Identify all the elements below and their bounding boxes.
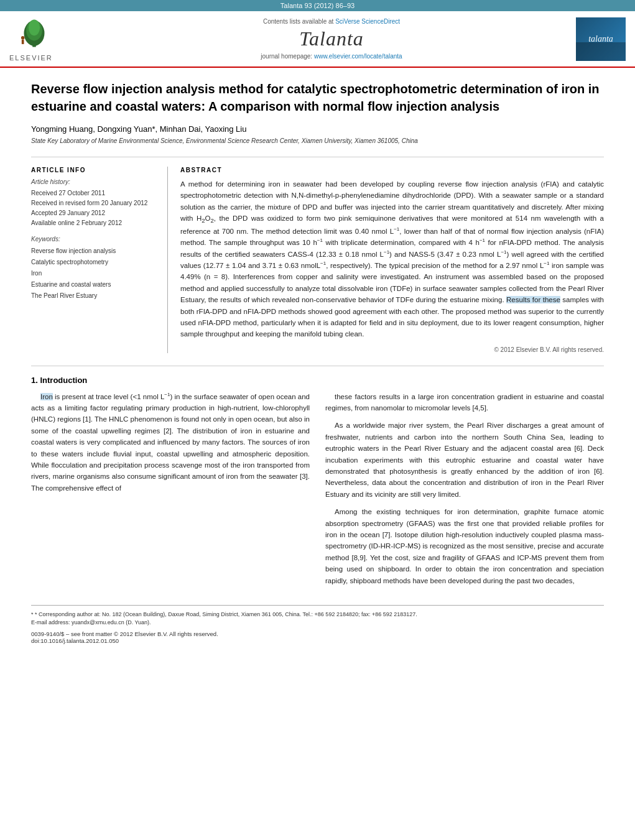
divider-1 [31, 157, 604, 157]
footnote-email: E-mail address: yuandx@xmu.edu.cn (D. Yu… [31, 619, 604, 627]
svg-point-4 [21, 36, 25, 40]
abstract-header: ABSTRACT [180, 167, 604, 173]
svg-rect-5 [22, 40, 24, 44]
results-highlight: Results for these [506, 296, 560, 303]
talanta-logo: talanta [576, 17, 626, 61]
elsevier-text: ELSEVIER [9, 54, 78, 62]
keywords-section: Keywords: Reverse flow injection analysi… [31, 236, 158, 302]
journal-topbar: Talanta 93 (2012) 86–93 [0, 0, 635, 11]
footnote-star-icon: * [31, 611, 34, 617]
intro-col-right: these factors results in a large iron co… [325, 391, 604, 593]
homepage-link[interactable]: www.elsevier.com/locate/talanta [314, 53, 402, 60]
abstract-text: A method for determining iron in seawate… [180, 178, 604, 340]
sciverse-link[interactable]: SciVerse ScienceDirect [335, 18, 400, 25]
paper-title: Reverse flow injection analysis method f… [31, 80, 604, 115]
article-dates: Received 27 October 2011 Received in rev… [31, 188, 158, 228]
article-info-header: ARTICLE INFO [31, 167, 158, 173]
intro-para-4: Among the existing techniques for iron d… [325, 506, 604, 586]
journal-center: Contents lists available at SciVerse Sci… [87, 18, 576, 60]
journal-header: ELSEVIER Contents lists available at Sci… [0, 11, 635, 68]
issn-line: 0039-9140/$ – see front matter © 2012 El… [31, 630, 604, 637]
abstract-col: ABSTRACT A method for determining iron i… [180, 167, 604, 353]
sciverse-text: Contents lists available at SciVerse Sci… [87, 18, 576, 25]
divider-2 [31, 366, 604, 366]
copyright: © 2012 Elsevier B.V. All rights reserved… [180, 346, 604, 353]
doi-line: doi:10.1016/j.talanta.2012.01.050 [31, 637, 604, 644]
article-info-abstract: ARTICLE INFO Article history: Received 2… [31, 167, 604, 353]
main-content: Reverse flow injection analysis method f… [0, 68, 635, 657]
talanta-logo-text: talanta [588, 34, 613, 44]
journal-volume-info: Talanta 93 (2012) 86–93 [280, 2, 355, 9]
article-info-col: ARTICLE INFO Article history: Received 2… [31, 167, 168, 353]
history-label: Article history: [31, 178, 158, 185]
keyword-5: The Pearl River Estuary [31, 290, 158, 302]
keyword-iron: Iron [31, 268, 158, 279]
iron-highlight: Iron [40, 393, 53, 400]
intro-para-1: Iron is present at trace level (<1 nmol … [31, 391, 310, 494]
intro-para-3: As a worldwide major river system, the P… [325, 420, 604, 500]
accepted-date: Accepted 29 January 2012 [31, 208, 158, 218]
revised-date: Received in revised form 20 January 2012 [31, 198, 158, 208]
footnote-corresponding: * * Corresponding author at: No. 182 (Oc… [31, 611, 604, 619]
intro-para-2: these factors results in a large iron co… [325, 391, 604, 414]
authors-line: Yongming Huang, Dongxing Yuan*, Minhan D… [31, 124, 604, 134]
keyword-2: Catalytic spectrophotometry [31, 257, 158, 268]
intro-col-left: Iron is present at trace level (<1 nmol … [31, 391, 310, 593]
keywords-label: Keywords: [31, 236, 158, 242]
received-date: Received 27 October 2011 [31, 188, 158, 198]
affiliation: State Key Laboratory of Marine Environme… [31, 137, 604, 144]
online-date: Available online 2 February 2012 [31, 218, 158, 228]
journal-title: Talanta [87, 27, 576, 50]
journal-homepage: journal homepage: www.elsevier.com/locat… [87, 53, 576, 60]
keyword-4: Estuarine and coastal waters [31, 279, 158, 290]
elsevier-logo: ELSEVIER [9, 16, 78, 62]
elsevier-tree-icon [9, 16, 59, 50]
keyword-1: Reverse flow injection analysis [31, 246, 158, 257]
intro-body: Iron is present at trace level (<1 nmol … [31, 391, 604, 593]
intro-section-title: 1. Introduction [31, 376, 604, 385]
svg-point-3 [29, 20, 40, 36]
footnote-area: * * Corresponding author at: No. 182 (Oc… [31, 605, 604, 627]
bottom-ids: 0039-9140/$ – see front matter © 2012 El… [31, 630, 604, 644]
